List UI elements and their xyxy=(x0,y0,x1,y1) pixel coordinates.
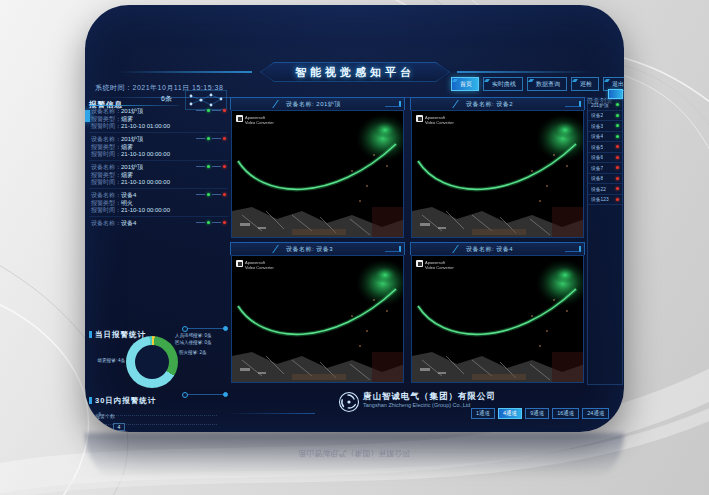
red-dot-icon xyxy=(223,193,226,196)
alarm-status-indicator xyxy=(196,165,226,168)
watermark: ApowersoftVideo Converter xyxy=(416,115,454,125)
video-device-title: 设备名称: 设备3 xyxy=(286,245,333,254)
company-name-en: Tangshan Zhicheng Electric (Group) Co.,L… xyxy=(363,402,470,408)
title-deco-line-left xyxy=(117,71,252,73)
video-frame-image xyxy=(232,111,404,237)
video-device-title: 设备名称: 设备2 xyxy=(466,100,513,109)
watermark: ApowersoftVideo Converter xyxy=(236,115,274,125)
watermark-logo-icon xyxy=(236,115,243,122)
alarm-status-indicator xyxy=(196,109,226,112)
channel-button-4[interactable]: 24通道 xyxy=(582,408,609,419)
device-name: 设备22 xyxy=(591,186,606,192)
device-row-7[interactable]: 设备8 xyxy=(588,174,622,185)
channel-button-3[interactable]: 16通道 xyxy=(552,408,579,419)
video-feed[interactable]: ApowersoftVideo Converter xyxy=(411,255,584,383)
red-dot-icon xyxy=(223,165,226,168)
alarm-item-4[interactable]: 设备名称：设备4 xyxy=(89,219,228,230)
device-row-3[interactable]: 设备4 xyxy=(588,132,622,143)
device-row-8[interactable]: 设备22 xyxy=(588,184,622,195)
window-reflection xyxy=(85,433,624,488)
green-dot-icon xyxy=(207,137,210,140)
video-device-title: 设备名称: 201炉顶 xyxy=(286,100,341,109)
alarm-field: 报警类型：烟雾 xyxy=(91,144,226,152)
device-list: 201炉顶设备2设备3设备4设备5设备6设备7设备8设备22设备123 xyxy=(587,99,623,385)
watermark-text: ApowersoftVideo Converter xyxy=(425,260,454,270)
nav-button-1[interactable]: 实时曲线 xyxy=(483,77,523,91)
channel-button-2[interactable]: 9通道 xyxy=(525,408,549,419)
nav-button-accent xyxy=(452,79,458,82)
app-window: 系统时间：2021年10月11日 15:15:38 智能视觉感知平台 首页实时曲… xyxy=(85,5,624,432)
video-panel-1[interactable]: 设备名称: 201炉顶 xyxy=(230,97,405,238)
watermark: ApowersoftVideo Converter xyxy=(416,260,454,270)
device-name: 设备4 xyxy=(591,133,603,139)
device-name: 设备8 xyxy=(591,175,603,181)
device-row-2[interactable]: 设备3 xyxy=(588,121,622,132)
device-name: 设备3 xyxy=(591,123,603,129)
alarm-count-badge: 6条 xyxy=(161,94,172,104)
watermark-text: ApowersoftVideo Converter xyxy=(245,260,274,270)
device-row-5[interactable]: 设备6 xyxy=(588,153,622,164)
alarm-item-0[interactable]: 设备名称：201炉顶报警类型：烟雾报警时间：21-10-10 01:00:00 xyxy=(89,107,228,133)
channel-button-0[interactable]: 1通道 xyxy=(471,408,495,419)
watermark-logo-icon xyxy=(416,260,423,267)
alarm-field: 报警类型：烟雾 xyxy=(91,172,226,180)
video-panel-header: 设备名称: 设备2 xyxy=(410,97,585,110)
channel-switcher: 1通道4通道9通道16通道24通道 xyxy=(471,408,609,419)
video-panel-3[interactable]: 设备名称: 设备3 xyxy=(230,242,405,383)
green-dot-icon xyxy=(207,221,210,224)
offline-status-dot-icon xyxy=(616,145,619,148)
video-panel-header: 设备名称: 设备3 xyxy=(230,242,405,255)
device-row-9[interactable]: 设备123 xyxy=(588,195,622,206)
nav-button-0[interactable]: 首页 xyxy=(451,77,479,91)
alarm-list: 设备名称：201炉顶报警类型：烟雾报警时间：21-10-10 01:00:00设… xyxy=(89,107,228,230)
device-row-0[interactable]: 201炉顶 xyxy=(588,100,622,111)
video-panel-2[interactable]: 设备名称: 设备2 xyxy=(410,97,585,238)
red-dot-icon xyxy=(223,137,226,140)
device-name: 设备6 xyxy=(591,154,603,160)
alarm-field: 报警时间：21-10-10 00:00:00 xyxy=(91,179,226,187)
video-panel-4[interactable]: 设备名称: 设备4 xyxy=(410,242,585,383)
watermark: ApowersoftVideo Converter xyxy=(236,260,274,270)
offline-status-dot-icon xyxy=(616,166,619,169)
desktop-background: 系统时间：2021年10月11日 15:15:38 智能视觉感知平台 首页实时曲… xyxy=(0,0,709,495)
alarm-item-3[interactable]: 设备名称：设备4报警类型：明火报警时间：21-10-10 00:00:00 xyxy=(89,191,228,217)
donut-label-smoke: 烟雾报警: 4条 xyxy=(89,358,125,363)
device-sidebar: 设备列表 201炉顶设备2设备3设备4设备5设备6设备7设备8设备22设备123 xyxy=(587,89,623,385)
online-status-dot-icon xyxy=(616,135,619,138)
alarm-field: 报警时间：21-10-10 00:00:00 xyxy=(91,151,226,159)
alarm-status-indicator xyxy=(196,137,226,140)
online-status-dot-icon xyxy=(616,114,619,117)
donut-label-1: 区域入侵报警: 0条 xyxy=(175,340,212,345)
green-dot-icon xyxy=(207,193,210,196)
nav-button-accent xyxy=(484,79,490,82)
red-dot-icon xyxy=(223,109,226,112)
offline-status-dot-icon xyxy=(616,177,619,180)
nav-button-accent xyxy=(604,79,610,82)
nav-button-2[interactable]: 数据查询 xyxy=(527,77,567,91)
device-row-6[interactable]: 设备7 xyxy=(588,163,622,174)
watermark-text: ApowersoftVideo Converter xyxy=(425,115,454,125)
device-row-4[interactable]: 设备5 xyxy=(588,142,622,153)
channel-button-1[interactable]: 4通道 xyxy=(498,408,522,419)
offline-status-dot-icon xyxy=(616,156,619,159)
watermark-text: ApowersoftVideo Converter xyxy=(245,115,274,125)
alarm-field: 报警类型：烟雾 xyxy=(91,116,226,124)
device-list-header: 设备列表 xyxy=(587,89,623,99)
video-feed[interactable]: ApowersoftVideo Converter xyxy=(231,110,404,238)
alarm-item-2[interactable]: 设备名称：201炉顶报警类型：烟雾报警时间：21-10-10 00:00:00 xyxy=(89,163,228,189)
today-alarm-donut-chart: 人员违规报警: 0条 区域入侵报警: 0条 明火报警: 2条 烟雾报警: 4条 xyxy=(89,332,228,394)
device-row-1[interactable]: 设备2 xyxy=(588,111,622,122)
device-name: 设备123 xyxy=(591,196,609,202)
video-panel-header: 设备名称: 201炉顶 xyxy=(230,97,405,110)
alarm-field: 报警类型：明火 xyxy=(91,200,226,208)
device-list-tab-button[interactable] xyxy=(608,89,623,99)
online-status-dot-icon xyxy=(616,124,619,127)
video-feed[interactable]: ApowersoftVideo Converter xyxy=(411,110,584,238)
watermark-logo-icon xyxy=(236,260,243,267)
company-logo-icon xyxy=(337,390,361,414)
video-feed[interactable]: ApowersoftVideo Converter xyxy=(231,255,404,383)
alarm-item-1[interactable]: 设备名称：201炉顶报警类型：烟雾报警时间：21-10-10 00:00:00 xyxy=(89,135,228,161)
video-frame-image xyxy=(232,256,404,382)
video-panel-header: 设备名称: 设备4 xyxy=(410,242,585,255)
alarm-field: 报警时间：21-10-10 00:00:00 xyxy=(91,207,226,215)
